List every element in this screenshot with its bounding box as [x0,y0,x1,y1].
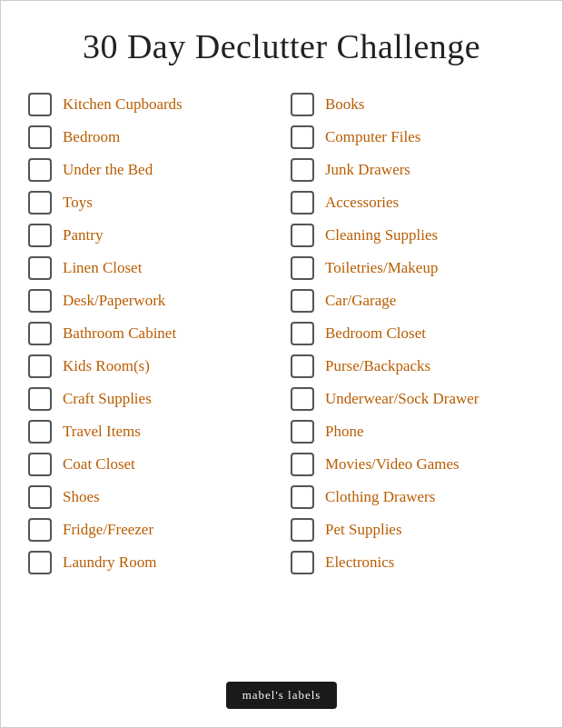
checkbox[interactable] [291,158,314,182]
checkbox[interactable] [291,191,314,214]
checkbox[interactable] [291,453,314,476]
checkbox[interactable] [28,322,52,345]
checkbox[interactable] [291,420,314,444]
item-label: Clothing Drawers [325,487,435,507]
list-item: Computer Files [291,121,535,154]
item-label: Kitchen Cupboards [63,95,183,115]
item-label: Laundry Room [63,553,156,573]
checkbox[interactable] [28,485,52,509]
item-label: Toys [63,193,93,213]
list-item: Kids Room(s) [28,350,272,383]
list-item: Bedroom Closet [291,317,535,350]
item-label: Pantry [63,225,103,245]
checkbox[interactable] [28,224,52,247]
item-label: Car/Garage [325,291,396,311]
checkbox[interactable] [291,322,314,345]
checkbox[interactable] [28,420,52,444]
item-label: Underwear/Sock Drawer [325,389,479,409]
item-label: Bathroom Cabinet [63,324,176,344]
list-item: Underwear/Sock Drawer [291,383,535,415]
checkbox[interactable] [28,387,52,411]
list-item: Coat Closet [28,448,272,481]
list-item: Craft Supplies [28,383,272,415]
item-label: Kids Room(s) [63,356,150,376]
list-item: Shoes [28,481,272,514]
checkbox[interactable] [291,387,314,411]
checkbox[interactable] [291,518,314,542]
list-item: Movies/Video Games [291,448,535,481]
list-item: Accessories [291,186,535,219]
checkbox[interactable] [28,518,52,542]
list-item: Car/Garage [291,284,535,317]
item-label: Cleaning Supplies [325,225,438,245]
checkbox[interactable] [291,93,314,116]
checkbox[interactable] [291,551,314,574]
list-item: Electronics [291,546,535,579]
item-label: Accessories [325,193,399,213]
item-label: Shoes [63,487,100,507]
list-item: Pet Supplies [291,514,535,546]
checkbox[interactable] [28,551,52,574]
list-item: Books [291,88,535,121]
list-item: Travel Items [28,415,272,448]
list-item: Purse/Backpacks [291,350,535,383]
item-label: Books [325,95,364,115]
list-item: Pantry [28,219,272,252]
list-item: Junk Drawers [291,154,535,186]
checkbox[interactable] [291,125,314,149]
list-item: Clothing Drawers [291,481,535,514]
list-item: Toys [28,186,272,219]
list-item: Bedroom [28,121,272,154]
brand-badge: mabel's labels [226,682,338,709]
checkbox[interactable] [291,289,314,313]
checkbox[interactable] [28,93,52,116]
checkbox[interactable] [28,256,52,280]
item-label: Travel Items [63,422,141,442]
item-label: Purse/Backpacks [325,356,430,376]
checkbox[interactable] [28,158,52,182]
item-label: Junk Drawers [325,160,410,180]
list-item: Kitchen Cupboards [28,88,272,121]
item-label: Coat Closet [63,454,135,474]
list-item: Under the Bed [28,154,272,186]
list-item: Desk/Paperwork [28,284,272,317]
checkbox[interactable] [28,289,52,313]
item-label: Desk/Paperwork [63,291,165,311]
list-item: Bathroom Cabinet [28,317,272,350]
checkbox[interactable] [291,354,314,378]
list-item: Linen Closet [28,252,272,284]
item-label: Craft Supplies [63,389,152,409]
list-item: Laundry Room [28,546,272,579]
checklist-grid: Kitchen Cupboards Bedroom Under the Bed … [28,88,535,663]
checkbox[interactable] [291,485,314,509]
list-item: Cleaning Supplies [291,219,535,252]
brand-label: mabel's labels [242,688,321,702]
footer: mabel's labels [28,682,535,709]
item-label: Under the Bed [63,160,153,180]
list-item: Toiletries/Makeup [291,252,535,284]
item-label: Movies/Video Games [325,454,459,474]
checkbox[interactable] [291,224,314,247]
item-label: Fridge/Freezer [63,520,153,540]
list-item: Fridge/Freezer [28,514,272,546]
checkbox[interactable] [28,125,52,149]
item-label: Phone [325,422,364,442]
page-title: 30 Day Declutter Challenge [83,26,480,66]
checkbox[interactable] [28,354,52,378]
checkbox[interactable] [28,191,52,214]
checkbox[interactable] [28,453,52,476]
item-label: Bedroom Closet [325,324,426,344]
left-column: Kitchen Cupboards Bedroom Under the Bed … [28,88,282,663]
checkbox[interactable] [291,256,314,280]
item-label: Toiletries/Makeup [325,258,438,278]
right-column: Books Computer Files Junk Drawers Access… [282,88,535,663]
item-label: Bedroom [63,127,120,147]
item-label: Pet Supplies [325,520,402,540]
list-item: Phone [291,415,535,448]
item-label: Linen Closet [63,258,142,278]
item-label: Electronics [325,553,394,573]
item-label: Computer Files [325,127,420,147]
page: 30 Day Declutter Challenge Kitchen Cupbo… [0,0,563,728]
